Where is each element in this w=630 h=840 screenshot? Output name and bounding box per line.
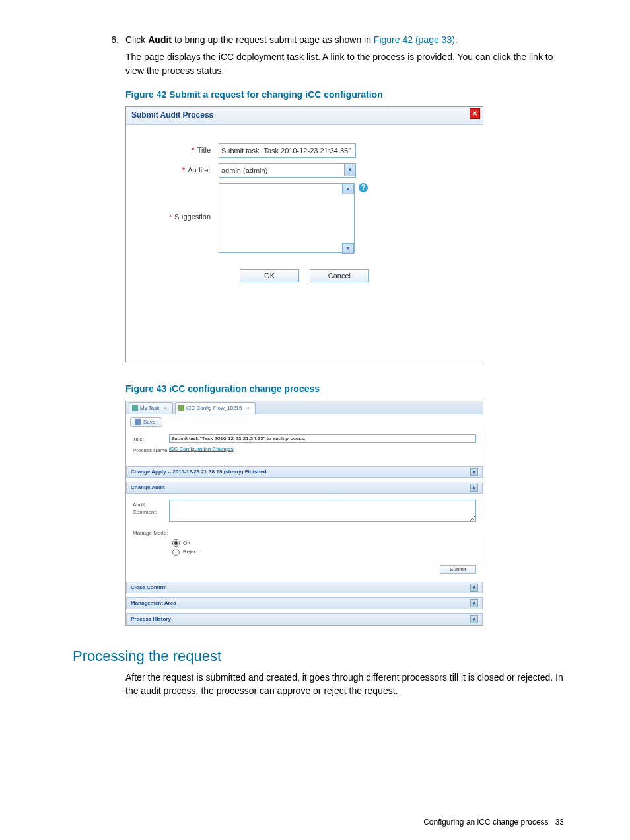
- icc-process-window: My Task× iCC Config Flow_10215× Save Tit…: [125, 401, 483, 626]
- scroll-up-icon[interactable]: ▴: [342, 184, 354, 194]
- process-name-label: Process Name:: [133, 445, 169, 455]
- collapse-icon[interactable]: ▾: [470, 599, 478, 607]
- tab-icon: [132, 405, 138, 411]
- figure-42-caption: Figure 42 Submit a request for changing …: [125, 88, 590, 101]
- manage-mode-label: Manage Mode:: [133, 528, 169, 537]
- save-button[interactable]: Save: [130, 417, 162, 428]
- suggestion-label: *Suggestion: [138, 183, 219, 223]
- change-audit-bar[interactable]: Change Audit ▴: [126, 482, 483, 494]
- tab-icc-config-flow[interactable]: iCC Config Flow_10215×: [175, 402, 256, 414]
- f43-title-input[interactable]: [169, 434, 476, 443]
- step-para2: The page displays the iCC deployment tas…: [125, 50, 571, 77]
- close-icon[interactable]: ✕: [470, 108, 480, 119]
- step-6: 6. Click Audit to bring up the request s…: [40, 33, 590, 77]
- figure-43-caption: Figure 43 iCC configuration change proce…: [125, 382, 590, 395]
- tab-close-icon[interactable]: ×: [164, 404, 167, 412]
- title-label: *Title: [138, 143, 219, 156]
- scroll-down-icon[interactable]: ▾: [342, 243, 354, 254]
- submit-audit-dialog: Submit Audit Process ✕ *Title *Auditer ▾…: [125, 106, 483, 362]
- text-end: .: [455, 34, 458, 45]
- save-icon: [135, 419, 141, 425]
- page-footer: Configuring an iCC change process 33: [40, 817, 590, 828]
- radio-icon: [172, 539, 180, 547]
- suggestion-textarea[interactable]: [219, 183, 355, 253]
- text-mid: to bring up the request submit page as s…: [172, 34, 374, 45]
- title-input[interactable]: [219, 143, 356, 158]
- chevron-down-icon[interactable]: ▾: [344, 164, 355, 176]
- cancel-button[interactable]: Cancel: [310, 269, 369, 282]
- auditer-input[interactable]: [219, 163, 356, 178]
- change-apply-bar[interactable]: Change Apply -- 2010-12-23 21:38:19 (she…: [126, 466, 483, 478]
- dialog-title: Submit Audit Process: [126, 107, 483, 124]
- processing-request-para: After the request is submitted and creat…: [125, 671, 571, 698]
- step-body: Click Audit to bring up the request subm…: [125, 33, 590, 77]
- change-audit-panel: Audit Comment: Manage Mode: OK Reject: [126, 494, 483, 561]
- radio-icon: [172, 549, 180, 556]
- radio-reject[interactable]: Reject: [172, 548, 476, 556]
- figure-42-link[interactable]: Figure 42 (page 33): [374, 34, 455, 45]
- ok-button[interactable]: OK: [240, 269, 299, 282]
- page-number: 33: [555, 818, 564, 827]
- auditer-label: *Auditer: [138, 163, 219, 176]
- title-label: Title:: [133, 434, 169, 443]
- tab-my-task[interactable]: My Task×: [129, 402, 173, 414]
- audit-bold: Audit: [148, 34, 172, 45]
- audit-comment-label: Audit Comment:: [133, 500, 169, 525]
- audit-comment-textarea[interactable]: [169, 500, 476, 522]
- process-name-link[interactable]: iCC Configuration Changes: [169, 446, 233, 452]
- submit-button[interactable]: Submit: [440, 565, 476, 574]
- footer-text: Configuring an iCC change process: [423, 818, 548, 827]
- tab-icon: [178, 405, 184, 411]
- help-icon[interactable]: ?: [359, 183, 368, 192]
- radio-ok[interactable]: OK: [172, 539, 476, 547]
- tab-strip: My Task× iCC Config Flow_10215×: [126, 401, 483, 414]
- collapse-icon[interactable]: ▾: [470, 468, 478, 476]
- management-area-bar[interactable]: Management Area ▾: [126, 597, 483, 609]
- collapse-icon[interactable]: ▾: [470, 615, 478, 623]
- step-number: 6.: [99, 33, 125, 77]
- text-pre: Click: [125, 34, 148, 45]
- close-confirm-bar[interactable]: Close Confirm ▾: [126, 582, 483, 593]
- collapse-icon[interactable]: ▾: [470, 584, 478, 592]
- process-history-bar[interactable]: Process History ▾: [126, 613, 483, 625]
- expand-icon[interactable]: ▴: [470, 484, 478, 492]
- tab-close-icon[interactable]: ×: [246, 404, 250, 412]
- processing-request-heading: Processing the request: [73, 646, 590, 667]
